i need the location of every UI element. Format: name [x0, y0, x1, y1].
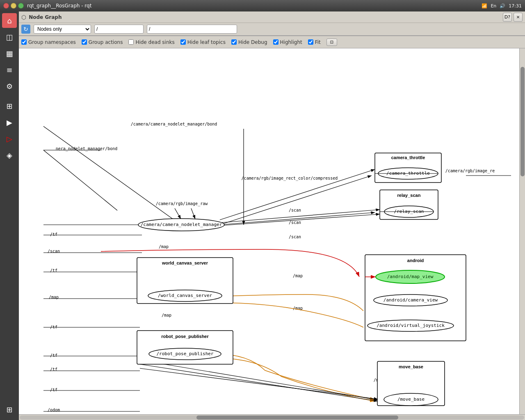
sidebar-item-docs[interactable]: ≡ [2, 62, 17, 77]
svg-text:/map: /map [49, 295, 59, 299]
hide-dead-sinks-checkbox[interactable]: Hide dead sinks [128, 39, 174, 45]
svg-text:/map: /map [293, 274, 303, 278]
highlight-checkbox[interactable]: Highlight [273, 39, 302, 45]
sidebar-item-maps[interactable]: ◈ [2, 148, 17, 162]
camera-nodelet-manager-label: /camera/camera_nodelet_manager [141, 222, 222, 227]
h-scrollbar-thumb[interactable] [196, 415, 398, 420]
svg-text:/tf: /tf [50, 325, 57, 329]
svg-text:/camera/camera_nodelet_manager: /camera/camera_nodelet_manager/bond [131, 122, 217, 127]
move-base-title: move_base [399, 364, 423, 369]
svg-text:/tf: /tf [50, 353, 57, 358]
relay-scan-title: relay_scan [397, 193, 421, 198]
lang-indicator: En [491, 3, 496, 9]
sidebar-item-apps[interactable]: ⊞ [2, 402, 17, 417]
android-virtual-joystick-label: /android/virtual_joystick [377, 323, 445, 328]
refresh-button[interactable]: ↻ [21, 25, 30, 34]
svg-text:/map: /map [159, 244, 169, 249]
system-icons: 📶 En 🔊 17:31 [482, 3, 522, 9]
window-controls[interactable] [3, 3, 24, 9]
help-button[interactable]: D? [503, 13, 512, 22]
fit-checkbox[interactable]: Fit [308, 39, 321, 45]
svg-line-46 [140, 360, 378, 400]
camera-throttle-title: camera_throttle [391, 155, 425, 160]
svg-text:/scan: /scan [289, 220, 301, 225]
svg-text:/camera/rgb/image_re: /camera/rgb/image_re [445, 169, 495, 173]
svg-text:/camera/rgb/image_rect_color/c: /camera/rgb/image_rect_color/compressed [242, 176, 338, 181]
toolbar-right: D? × [503, 13, 523, 22]
svg-line-3 [43, 126, 181, 225]
minimize-button[interactable] [11, 3, 16, 9]
svg-line-47 [140, 364, 378, 401]
node-toolbar: ↻ Nodes only [19, 23, 525, 36]
clock: 17:31 [509, 3, 522, 9]
graph-svg: /camera/camera_nodelet_manager/bond nera… [19, 48, 525, 414]
node-graph-icon: ⬡ [21, 14, 26, 21]
wifi-icon: 📶 [482, 3, 487, 9]
titlebar: rqt_graph__RosGraph - rqt 📶 En 🔊 17:31 [0, 0, 525, 11]
checkbox-bar: Group namespaces Group actions Hide dead… [19, 36, 525, 48]
robot-pose-publisher-title: robot_pose_publisher [161, 334, 209, 339]
svg-text:/tf: /tf [50, 388, 57, 392]
robot-pose-publisher-label: /robot_pose_publisher [156, 351, 213, 356]
vertical-scrollbar[interactable] [519, 48, 525, 414]
svg-line-23 [220, 176, 372, 225]
svg-line-21 [191, 208, 195, 219]
svg-text:/scan: /scan [289, 235, 301, 239]
sidebar-item-home[interactable]: ⌂ [2, 13, 17, 28]
main-content: ⬡ Node Graph D? × ↻ Nodes only Group nam… [19, 11, 525, 420]
app-title: Node Graph [29, 14, 62, 20]
svg-line-18 [43, 150, 117, 210]
svg-text:/camera/rgb/image_raw: /camera/rgb/image_raw [156, 201, 208, 206]
filter2-input[interactable] [147, 25, 237, 34]
svg-text:nera_nodelet_manager/bond: nera_nodelet_manager/bond [56, 146, 118, 151]
maximize-button[interactable] [18, 3, 24, 9]
sidebar-item-nav[interactable]: ◫ [2, 30, 17, 44]
app-toolbar: ⬡ Node Graph D? × [19, 11, 525, 23]
h-scrollbar-track[interactable] [20, 415, 524, 420]
hide-debug-checkbox[interactable]: Hide Debug [231, 39, 267, 45]
android-map-view-label: /android/map_view [387, 274, 434, 279]
close-button[interactable] [3, 3, 9, 9]
move-base-label: /move_base [397, 397, 425, 402]
world-canvas-server-title: world_canvas_server [162, 260, 208, 265]
svg-text:/tf: /tf [50, 268, 57, 273]
sidebar-item-terminal[interactable]: ▶ [2, 115, 17, 130]
group-actions-checkbox[interactable]: Group actions [82, 39, 123, 45]
svg-text:/tf: /tf [50, 232, 57, 237]
filter1-input[interactable] [94, 25, 144, 34]
vertical-scrollbar-thumb[interactable] [520, 67, 525, 177]
group-namespaces-checkbox[interactable]: Group namespaces [21, 39, 76, 45]
graph-canvas[interactable]: /camera/camera_nodelet_manager/bond nera… [19, 48, 525, 414]
fit-view-button[interactable]: ⊡ [326, 39, 337, 46]
display-mode-select[interactable]: Nodes only [34, 25, 91, 34]
sidebar-item-settings[interactable]: ⚙ [2, 79, 17, 94]
hide-leaf-topics-checkbox[interactable]: Hide leaf topics [180, 39, 226, 45]
sidebar-item-layers[interactable]: ⊞ [2, 98, 17, 113]
horizontal-scrollbar[interactable] [19, 414, 525, 420]
sidebar-item-spreadsheet[interactable]: ▦ [2, 46, 17, 61]
android-camera-view-label: /android/camera_view [383, 297, 438, 303]
sidebar: ⌂ ◫ ▦ ≡ ⚙ ⊞ ▶ ▷ ◈ ⊞ [0, 11, 19, 420]
volume-icon: 🔊 [500, 3, 505, 9]
svg-text:/map: /map [162, 313, 171, 317]
svg-line-48 [140, 368, 378, 399]
close-window-button[interactable]: × [514, 13, 523, 22]
sidebar-item-youtube[interactable]: ▷ [2, 131, 17, 146]
android-title: android [407, 258, 424, 263]
svg-text:/tf: /tf [50, 367, 57, 372]
svg-text:/scan: /scan [48, 249, 60, 253]
svg-text:/scan: /scan [289, 208, 301, 212]
window-title: rqt_graph__RosGraph - rqt [27, 3, 91, 9]
svg-line-20 [175, 208, 181, 219]
svg-text:/odom: /odom [48, 408, 60, 412]
world-canvas-server-label: /world_canvas_server [158, 293, 212, 298]
